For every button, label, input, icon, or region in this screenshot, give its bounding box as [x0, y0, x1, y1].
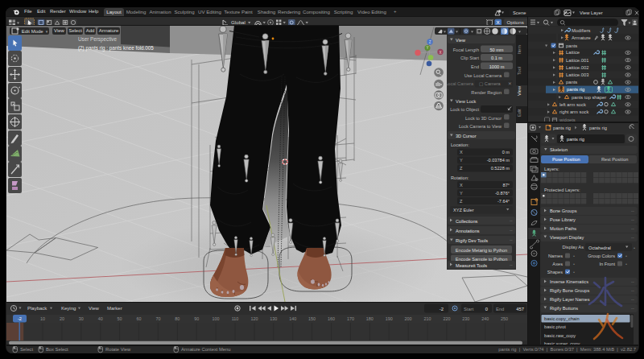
svg-text:20: 20 [60, 316, 64, 321]
svg-text:80: 80 [175, 316, 180, 321]
svg-text:200: 200 [405, 316, 412, 321]
svg-text:In Front: In Front [599, 262, 615, 266]
svg-text:Options: Options [507, 19, 524, 25]
svg-text:Global: Global [231, 19, 246, 25]
svg-text:--: -- [631, 235, 634, 240]
svg-text:Lattice.003: Lattice.003 [566, 72, 588, 77]
svg-text:110: 110 [232, 316, 239, 321]
svg-text:X: X [460, 183, 463, 188]
svg-text:Octahedral: Octahedral [588, 246, 611, 250]
svg-text:457: 457 [516, 307, 524, 312]
svg-text:210: 210 [424, 316, 431, 321]
svg-text:120: 120 [250, 316, 258, 321]
svg-text:Z: Z [460, 166, 463, 171]
svg-text:Lattice.001: Lattice.001 [566, 58, 588, 63]
svg-text:basic.pivot: basic.pivot [544, 324, 566, 329]
svg-text:pants rig: pants rig [553, 126, 571, 130]
svg-text:220: 220 [443, 316, 450, 321]
svg-text:Protected Layers:: Protected Layers: [544, 188, 580, 192]
svg-text:Box Select: Box Select [46, 347, 68, 352]
svg-text:Start: Start [464, 307, 474, 312]
svg-text:100: 100 [213, 316, 220, 321]
svg-text:•: • [625, 262, 627, 266]
svg-text:Z: Z [429, 40, 431, 44]
svg-text:Select: Select [20, 347, 34, 352]
svg-text:right arm sock: right arm sock [559, 109, 589, 114]
svg-text:Marker: Marker [107, 306, 122, 311]
svg-text:View: View [456, 38, 466, 43]
svg-text:•: • [634, 246, 635, 250]
svg-text:60: 60 [137, 316, 142, 321]
svg-text:pants top shaper: pants top shaper [572, 95, 606, 100]
svg-text:87°: 87° [503, 183, 510, 188]
svg-text:Measureit Tools: Measureit Tools [456, 263, 487, 268]
svg-text:Bone Groups: Bone Groups [550, 208, 577, 213]
svg-text:--: -- [631, 217, 634, 222]
svg-text:-2: -2 [18, 316, 22, 321]
svg-text:40: 40 [98, 316, 103, 321]
svg-text:left arm sock: left arm sock [559, 102, 586, 107]
svg-text:180: 180 [366, 316, 374, 321]
svg-text:50: 50 [118, 316, 122, 321]
svg-text:Shapes: Shapes [547, 270, 563, 274]
svg-text:Modifiers: Modifiers [572, 28, 591, 33]
svg-text:View Lock: View Lock [456, 99, 477, 104]
svg-text:3D Cursor: 3D Cursor [456, 134, 477, 138]
svg-text:190: 190 [386, 316, 393, 321]
svg-text:Lock to Object: Lock to Object [450, 107, 479, 112]
svg-text:1000 m: 1000 m [489, 64, 505, 69]
svg-text:Motion Paths: Motion Paths [550, 226, 576, 231]
svg-text:Rest Position: Rest Position [601, 157, 629, 162]
svg-text:150: 150 [308, 316, 316, 321]
svg-text:Rigify Dev Tools: Rigify Dev Tools [456, 238, 488, 243]
svg-text:Keying: Keying [61, 306, 76, 311]
svg-text:Display As: Display As [562, 245, 584, 250]
svg-text:Lattice: Lattice [566, 50, 580, 55]
svg-text:Viewport Display: Viewport Display [550, 235, 584, 240]
svg-text:Skeleton: Skeleton [550, 147, 568, 152]
svg-text:170: 170 [347, 316, 354, 321]
svg-text:View Layer: View Layer [580, 10, 603, 15]
svg-text:Scene: Scene [513, 10, 526, 15]
svg-text:X: X [497, 19, 500, 25]
svg-text:30: 30 [79, 316, 84, 321]
svg-text:Collections: Collections [456, 219, 478, 224]
svg-text:Names: Names [548, 254, 563, 258]
svg-text:XYZ Euler: XYZ Euler [453, 208, 474, 213]
svg-text:•: • [573, 270, 575, 274]
svg-text:Encode Metarig to Python: Encode Metarig to Python [456, 248, 507, 253]
svg-text:90: 90 [194, 316, 199, 321]
svg-text:Annotations: Annotations [456, 229, 480, 233]
svg-text:-0.03784 m: -0.03784 m [487, 158, 510, 163]
svg-text:130: 130 [270, 316, 277, 321]
svg-text:--: -- [631, 226, 634, 231]
svg-text:230: 230 [462, 316, 469, 321]
svg-text:Y: Y [460, 158, 463, 163]
svg-text:-2: -2 [440, 307, 444, 312]
svg-text:0.1 m: 0.1 m [491, 56, 502, 60]
svg-text:0 m: 0 m [502, 150, 510, 155]
svg-text:-0.876°: -0.876° [495, 191, 510, 196]
svg-text:Render Region: Render Region [471, 90, 502, 95]
svg-text:X: X [460, 150, 463, 155]
svg-text:Armature: Armature [572, 35, 591, 40]
svg-text:✕: ✕ [508, 81, 512, 86]
svg-text:70: 70 [155, 316, 160, 321]
svg-text:10: 10 [40, 316, 45, 321]
svg-text:Layers:: Layers: [544, 167, 559, 171]
svg-text:End: End [496, 307, 504, 312]
svg-text:--: -- [510, 262, 513, 267]
svg-text:--: -- [510, 218, 513, 223]
svg-text:Playback: Playback [27, 306, 47, 311]
svg-text:140: 140 [289, 316, 296, 321]
svg-text:Y: Y [426, 46, 428, 50]
svg-text:•: • [625, 254, 627, 258]
svg-text:basic.copy_chain: basic.copy_chain [544, 316, 580, 321]
svg-text:View: View [89, 306, 100, 311]
svg-text:Location:: Location: [451, 142, 469, 147]
svg-text:Group Colors: Group Colors [588, 254, 615, 258]
svg-text:-7.64°: -7.64° [497, 199, 510, 204]
svg-text:--: -- [510, 228, 513, 233]
svg-text:50 mm: 50 mm [489, 47, 503, 52]
svg-text:pants rig | Verts:0/74 | B: pants rig | Verts:0/74 | Bones:0/37 | Me… [498, 347, 636, 352]
